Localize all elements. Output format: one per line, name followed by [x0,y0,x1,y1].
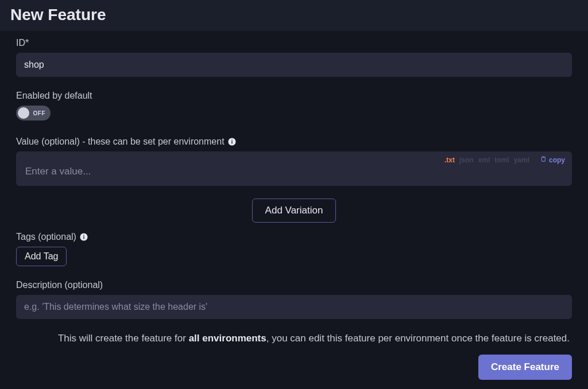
tags-field: Tags (optional) Add Tag [16,232,572,266]
add-tag-button[interactable]: Add Tag [16,247,67,266]
page-title: New Feature [10,6,578,24]
page-header: New Feature [0,0,588,31]
description-input[interactable] [16,295,572,319]
svg-point-7 [83,235,84,236]
enabled-label: Enabled by default [16,91,572,101]
svg-rect-4 [542,157,544,158]
copy-label: copy [549,156,565,164]
format-json[interactable]: json [459,156,474,164]
format-toml[interactable]: toml [494,156,509,164]
svg-rect-1 [231,141,232,143]
info-icon[interactable] [228,138,236,146]
add-variation-button[interactable]: Add Variation [252,199,336,223]
svg-point-2 [231,139,233,141]
enabled-field: Enabled by default OFF [16,91,572,123]
note-bold: all environments [189,333,266,344]
id-input[interactable] [16,53,572,77]
toggle-knob-icon [18,107,29,119]
footer-actions: Create Feature [16,355,572,380]
description-field: Description (optional) [16,280,572,319]
new-feature-page: New Feature ID* Enabled by default OFF V… [0,0,588,389]
value-label: Value (optional) - these can be set per … [16,137,572,147]
value-formats: .txt json xml toml yaml copy [444,155,565,164]
clipboard-icon [540,155,547,164]
note-pre: This will create the feature for [58,333,189,344]
value-box: .txt json xml toml yaml copy [16,151,572,186]
svg-rect-6 [83,236,84,239]
create-feature-button[interactable]: Create Feature [478,355,572,380]
info-icon[interactable] [80,233,88,241]
enabled-toggle[interactable]: OFF [16,106,51,120]
environments-note: This will create the feature for all env… [16,333,572,344]
value-input[interactable] [24,165,564,178]
toggle-state-label: OFF [33,110,46,116]
description-label: Description (optional) [16,280,572,290]
format-yaml[interactable]: yaml [514,156,529,164]
id-label: ID* [16,38,572,48]
tags-label: Tags (optional) [16,232,572,242]
value-label-text: Value (optional) - these can be set per … [16,137,225,147]
format-xml[interactable]: xml [478,156,490,164]
note-post: , you can edit this feature per environm… [266,333,570,344]
tags-label-text: Tags (optional) [16,232,76,242]
value-field: Value (optional) - these can be set per … [16,137,572,186]
id-field: ID* [16,38,572,77]
form-content: ID* Enabled by default OFF Value (option… [0,31,588,389]
copy-button[interactable]: copy [540,155,565,164]
format-txt[interactable]: .txt [444,156,455,164]
add-variation-row: Add Variation [16,199,572,223]
